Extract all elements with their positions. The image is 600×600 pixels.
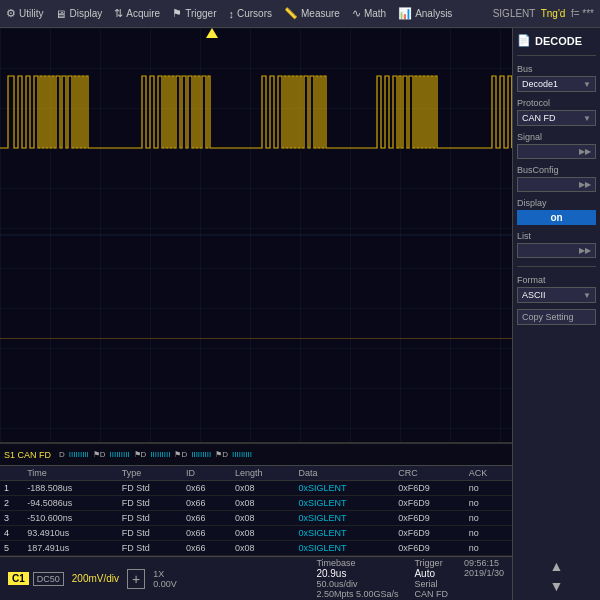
display-on-button[interactable]: on [517,210,596,225]
protocol-section: Protocol CAN FD ▼ [517,98,596,126]
menu-analysis[interactable]: 📊 Analysis [398,7,452,20]
row-id: 0x66 [182,481,231,496]
table-row[interactable]: 4 93.4910us FD Std 0x66 0x08 0xSIGLENT 0… [0,526,512,541]
menu-bar: ⚙ Utility 🖥 Display ⇅ Acquire ⚑ Trigger … [0,0,600,28]
format-section: Format ASCII ▼ [517,275,596,303]
signal-chevron: ▶▶ [579,147,591,156]
row-ack: no [465,526,512,541]
decode-icon-5: ⚑D [215,450,228,459]
measure-icon: 📏 [284,7,298,20]
menu-acquire[interactable]: ⇅ Acquire [114,7,160,20]
row-data: 0xSIGLENT [294,481,394,496]
row-data: 0xSIGLENT [294,496,394,511]
copysetting-section: Copy Setting [517,309,596,325]
date-display: 2019/1/30 [464,568,504,578]
cursors-icon: ↕ [228,8,234,20]
row-time: 187.491us [23,541,118,556]
trigger-label: Trigger [414,558,448,568]
protocol-dropdown[interactable]: CAN FD ▼ [517,110,596,126]
menu-utility[interactable]: ⚙ Utility [6,7,43,20]
scroll-down-btn[interactable]: ▼ [550,578,564,594]
row-time: -188.508us [23,481,118,496]
row-length: 0x08 [231,526,294,541]
menu-trigger[interactable]: ⚑ Trigger [172,7,216,20]
table-row[interactable]: 1 -188.508us FD Std 0x66 0x08 0xSIGLENT … [0,481,512,496]
decode-seg-1: IIIIIIIII [69,450,89,459]
bus-dropdown[interactable]: Decode1 ▼ [517,76,596,92]
row-crc: 0xF6D9 [394,511,464,526]
display-section: Display on [517,198,596,225]
status-bar: C1 DC50 200mV/div + 1X 0.00V Timebase 20… [0,556,512,600]
col-type: Type [118,466,182,481]
timebase-col: Timebase 20.9us 50.0us/div 2.50Mpts 5.00… [316,558,398,599]
analysis-icon: 📊 [398,7,412,20]
signal-btn[interactable]: ▶▶ [517,144,596,159]
decode-seg-2: IIIIIIIII [110,450,130,459]
zoom-label: 1X [153,569,164,579]
format-dropdown[interactable]: ASCII ▼ [517,287,596,303]
voltage-val: 0.00V [153,579,177,589]
row-data: 0xSIGLENT [294,541,394,556]
row-id: 0x66 [182,541,231,556]
col-ack: ACK [465,466,512,481]
ch-label: C1 [8,572,29,585]
row-num: 4 [0,526,23,541]
waveform-svg [0,28,512,442]
bus-label: Bus [517,64,596,74]
trigger-mode: Auto [414,568,448,579]
row-length: 0x08 [231,481,294,496]
row-type: FD Std [118,511,182,526]
menu-measure[interactable]: 📏 Measure [284,7,340,20]
divider-2 [517,266,596,267]
busconfig-chevron: ▶▶ [579,180,591,189]
col-length: Length [231,466,294,481]
bus-chevron: ▼ [583,80,591,89]
busconfig-section: BusConfig ▶▶ [517,165,596,192]
waveform-area[interactable]: 🔵 IC HOME ▶ [0,28,512,443]
list-chevron: ▶▶ [579,246,591,255]
row-data: 0xSIGLENT [294,511,394,526]
copysetting-btn[interactable]: Copy Setting [517,309,596,325]
row-data: 0xSIGLENT [294,526,394,541]
col-crc: CRC [394,466,464,481]
row-id: 0x66 [182,526,231,541]
display-label: Display [517,198,596,208]
menu-math[interactable]: ∿ Math [352,7,386,20]
data-table: Time Type ID Length Data CRC ACK 1 -188.… [0,465,512,556]
decode-icon-2: ⚑D [93,450,106,459]
list-btn[interactable]: ▶▶ [517,243,596,258]
decode-seg-3: IIIIIIIII [150,450,170,459]
row-crc: 0xF6D9 [394,496,464,511]
add-ch-button[interactable]: + [127,569,145,589]
row-crc: 0xF6D9 [394,481,464,496]
decode-icon-4: ⚑D [174,450,187,459]
menu-cursors[interactable]: ↕ Cursors [228,8,272,20]
panel-title: 📄 DECODE [517,34,596,47]
busconfig-btn[interactable]: ▶▶ [517,177,596,192]
signal-label: Signal [517,132,596,142]
decode-icon-3: ⚑D [134,450,147,459]
table-row[interactable]: 5 187.491us FD Std 0x66 0x08 0xSIGLENT 0… [0,541,512,556]
table-row[interactable]: 3 -510.600ns FD Std 0x66 0x08 0xSIGLENT … [0,511,512,526]
menu-display[interactable]: 🖥 Display [55,8,102,20]
table-row[interactable]: 2 -94.5086us FD Std 0x66 0x08 0xSIGLENT … [0,496,512,511]
coupling-badge: DC50 [33,572,64,586]
decode-icon-panel: 📄 [517,34,531,47]
decode-ch-label: S1 CAN FD [4,450,51,460]
acquire-icon: ⇅ [114,7,123,20]
divider-1 [517,55,596,56]
datetime-col: 09:56:15 2019/1/30 [464,558,504,599]
status-right: Timebase 20.9us 50.0us/div 2.50Mpts 5.00… [316,558,504,599]
timebase-label: Timebase [316,558,398,568]
row-ack: no [465,541,512,556]
row-time: -94.5086us [23,496,118,511]
row-length: 0x08 [231,496,294,511]
timebase-div: 50.0us/div [316,579,398,589]
row-crc: 0xF6D9 [394,541,464,556]
list-section: List ▶▶ [517,231,596,258]
time-display: 09:56:15 [464,558,504,568]
scroll-up-btn[interactable]: ▲ [550,558,564,574]
row-type: FD Std [118,526,182,541]
utility-icon: ⚙ [6,7,16,20]
right-panel: 📄 DECODE Bus Decode1 ▼ Protocol CAN FD ▼… [512,28,600,600]
